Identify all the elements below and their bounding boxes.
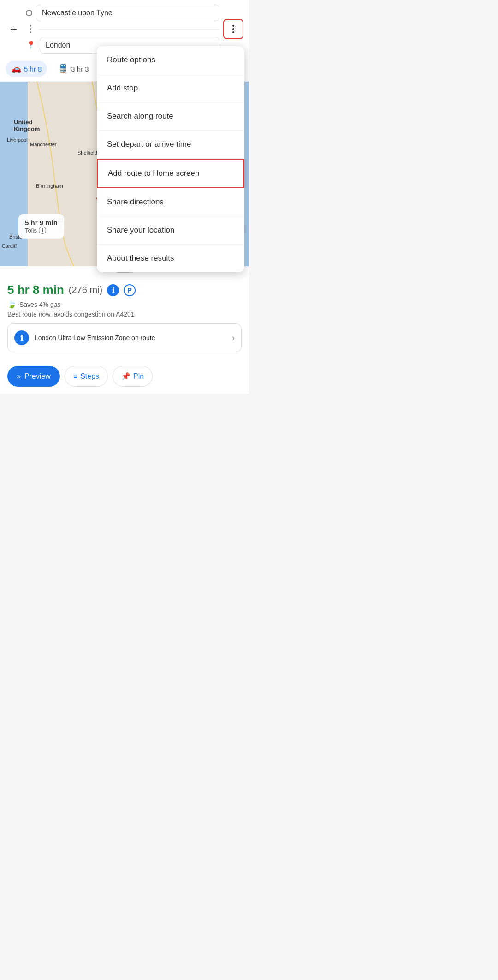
map-label-birmingham: Birmingham [36,183,63,189]
pin-button[interactable]: 📌 Pin [113,366,153,387]
preview-label: Preview [24,372,51,381]
route-distance-display: (276 mi) [69,285,102,295]
gas-savings-text: Saves 4% gas [19,301,61,308]
menu-label-route-options: Route options [107,55,155,65]
map-label-cardiff: Cardiff [2,243,17,249]
tab-driving[interactable]: 🚗 5 hr 8 [6,61,47,77]
driving-time: 5 hr 8 [24,65,42,73]
menu-item-share-location[interactable]: Share your location [97,216,244,245]
menu-item-set-depart-arrive[interactable]: Set depart or arrive time [97,131,244,159]
origin-input[interactable]: Newcastle upon Tyne [36,5,219,21]
tab-transit[interactable]: 🚆 3 hr 3 [53,61,94,77]
origin-icon [26,10,32,16]
tolls-info-icon: ℹ [39,227,46,234]
map-label-uk: UnitedKingdom [14,119,40,132]
three-dots-icon [232,25,234,33]
tolls-info: Tolls ℹ [25,227,58,234]
car-icon: 🚗 [11,64,21,74]
menu-label-add-route-home: Add route to Home screen [108,169,199,178]
emission-card[interactable]: ℹ London Ultra Low Emission Zone on rout… [7,323,242,352]
emission-chevron-icon: › [232,333,235,343]
route-time-line: 5 hr 8 min (276 mi) ℹ P [7,283,242,297]
pin-label: Pin [133,372,144,381]
route-time: 5 hr 9 min [25,219,58,227]
menu-item-share-directions[interactable]: Share directions [97,188,244,216]
transit-time: 3 hr 3 [71,65,89,73]
menu-label-search-along-route: Search along route [107,112,173,121]
map-label-liverpool: Liverpool [7,137,28,143]
menu-item-search-along-route[interactable]: Search along route [97,102,244,131]
gas-savings: 🍃 Saves 4% gas [7,300,242,309]
map-label-sheffield: Sheffield [77,150,97,155]
menu-label-add-stop: Add stop [107,84,138,93]
menu-item-add-stop[interactable]: Add stop [97,74,244,102]
menu-item-route-options[interactable]: Route options [97,46,244,74]
steps-button[interactable]: ≡ Steps [65,366,108,387]
more-options-button[interactable] [223,19,243,39]
menu-label-share-directions: Share directions [107,197,164,207]
route-description: Best route now, avoids congestion on A42… [7,311,242,318]
pin-icon: 📌 [121,372,130,381]
destination-icon: 📍 [26,41,36,49]
map-label-manchester: Manchester [30,142,56,147]
route-separator [26,24,35,34]
route-info-box: 5 hr 9 min Tolls ℹ [18,214,64,239]
menu-label-share-location: Share your location [107,226,174,235]
route-info-badge[interactable]: ℹ [107,284,119,296]
parking-badge[interactable]: P [124,284,136,296]
leaf-icon: 🍃 [7,300,17,309]
menu-label-set-depart-arrive: Set depart or arrive time [107,140,191,149]
menu-item-about-results[interactable]: About these results [97,245,244,272]
back-icon: ← [9,23,19,35]
preview-button[interactable]: » Preview [7,366,60,387]
menu-label-about-results: About these results [107,254,174,263]
emission-info-icon: ℹ [14,330,29,345]
route-time-display: 5 hr 8 min [7,283,64,297]
menu-item-add-route-home[interactable]: Add route to Home screen [97,159,244,188]
bottom-panel: 5 hr 8 min (276 mi) ℹ P 🍃 Saves 4% gas B… [0,275,249,362]
steps-icon: ≡ [73,372,77,381]
tolls-label: Tolls [25,227,37,234]
origin-row: Newcastle upon Tyne [26,5,219,21]
action-buttons: » Preview ≡ Steps 📌 Pin [0,362,249,394]
steps-label: Steps [80,372,99,381]
dropdown-menu: Route options Add stop Search along rout… [97,46,244,272]
emission-text: London Ultra Low Emission Zone on route [35,334,226,341]
train-icon: 🚆 [58,64,68,74]
preview-arrows-icon: » [17,372,21,381]
back-button[interactable]: ← [6,21,22,37]
